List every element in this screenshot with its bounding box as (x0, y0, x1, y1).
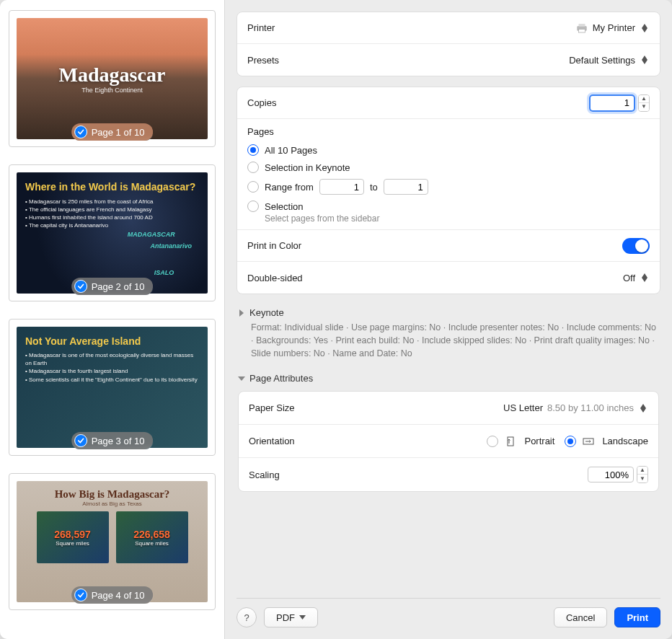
step-down[interactable]: ▼ (637, 475, 647, 482)
paper-size-label: Paper Size (249, 402, 295, 413)
keynote-title: Keynote (249, 307, 284, 318)
printer-presets-group: Printer My Printer Presets (236, 12, 660, 76)
range-to-input[interactable] (384, 179, 428, 195)
slide-title: Not Your Average Island (25, 335, 141, 347)
copies-row: Copies ▲ ▼ (237, 87, 660, 119)
thumbnail-page-3[interactable]: Not Your Average Island • Madagascar is … (9, 319, 216, 456)
page-badge[interactable]: Page 4 of 10 (71, 586, 154, 604)
step-up[interactable]: ▲ (639, 95, 649, 103)
slide-subtitle: The Eighth Continent (81, 87, 143, 94)
page-badge[interactable]: Page 1 of 10 (71, 123, 154, 141)
page-thumbnails-sidebar[interactable]: Madagascar The Eighth Continent Page 1 o… (0, 0, 225, 639)
landscape-icon (582, 436, 595, 446)
chevron-down-icon (238, 375, 245, 382)
slide-subtitle: Almost as Big as Texas (82, 501, 142, 507)
page-label: Page 2 of 10 (92, 281, 145, 292)
orientation-landscape-option[interactable]: Landscape (565, 436, 648, 447)
radio-icon[interactable] (487, 436, 498, 447)
page-label: Page 1 of 10 (92, 127, 145, 138)
print-color-toggle[interactable] (622, 238, 650, 254)
scaling-row: Scaling ▲ ▼ (239, 458, 658, 491)
printer-icon (575, 23, 588, 33)
dialog-footer: ? PDF Cancel Print (236, 598, 660, 627)
orientation-portrait-option[interactable]: Portrait (487, 436, 554, 447)
svg-rect-1 (578, 24, 585, 27)
double-sided-label: Double-sided (247, 273, 303, 283)
page-label: Page 3 of 10 (92, 436, 145, 446)
svg-rect-2 (578, 29, 585, 32)
radio-icon[interactable] (247, 144, 259, 156)
page-badge[interactable]: Page 2 of 10 (71, 278, 154, 295)
svg-rect-3 (508, 437, 513, 446)
printer-row: Printer My Printer (237, 12, 660, 44)
pages-selection-keynote-option[interactable]: Selection in Keynote (247, 159, 650, 176)
double-sided-row: Double-sided Off (237, 262, 660, 294)
radio-icon[interactable] (565, 436, 576, 447)
orientation-label: Orientation (249, 436, 295, 446)
printer-value: My Printer (593, 22, 635, 33)
pdf-menu-button[interactable]: PDF (264, 607, 318, 627)
copies-input[interactable] (589, 94, 635, 112)
slide-title: How Big is Madagascar? (55, 488, 170, 501)
checkmark-icon[interactable] (74, 125, 87, 138)
portrait-icon (504, 436, 517, 446)
radio-icon[interactable] (247, 162, 259, 173)
step-up[interactable]: ▲ (637, 467, 647, 475)
range-from-input[interactable] (319, 179, 364, 195)
copies-label: Copies (247, 97, 276, 108)
updown-icon (640, 53, 650, 66)
print-settings-group: Copies ▲ ▼ Pages All 10 Pages (236, 87, 660, 294)
printer-label: Printer (247, 22, 275, 33)
presets-label: Presets (247, 55, 279, 66)
pages-label: Pages (247, 126, 650, 137)
page-attributes-section: Page Attributes Paper Size US Letter 8.5… (236, 370, 660, 492)
paper-size-value: US Letter (503, 402, 543, 413)
pages-row: Pages All 10 Pages Selection in Keynote … (237, 119, 660, 230)
print-dialog: Madagascar The Eighth Continent Page 1 o… (0, 0, 672, 639)
orientation-row: Orientation Portrait Landscape (239, 425, 658, 458)
presets-value: Default Settings (569, 55, 635, 66)
scaling-input[interactable] (588, 467, 634, 482)
thumbnail-page-2[interactable]: Where in the World is Madagascar? • Mada… (9, 164, 216, 301)
radio-icon[interactable] (247, 181, 259, 193)
page-badge[interactable]: Page 3 of 10 (71, 432, 154, 449)
pages-all-option[interactable]: All 10 Pages (247, 141, 650, 159)
scaling-label: Scaling (249, 470, 280, 480)
step-down[interactable]: ▼ (639, 103, 649, 111)
print-button[interactable]: Print (614, 607, 660, 627)
keynote-summary: Format: Individual slide · Use page marg… (251, 321, 659, 360)
paper-size-dimensions: 8.50 by 11.00 inches (547, 402, 634, 413)
checkmark-icon[interactable] (74, 434, 87, 447)
print-color-label: Print in Color (247, 240, 301, 251)
options-scroll[interactable]: Printer My Printer Presets (236, 12, 660, 598)
thumbnail-page-4[interactable]: How Big is Madagascar? Almost as Big as … (9, 473, 216, 610)
selection-hint: Select pages from the sidebar (247, 213, 650, 224)
help-button[interactable]: ? (236, 607, 257, 627)
checkmark-icon[interactable] (74, 589, 87, 601)
updown-icon (640, 271, 650, 284)
slide-title: Madagascar (59, 63, 166, 87)
page-attributes-group: Paper Size US Letter 8.50 by 11.00 inche… (238, 391, 659, 492)
keynote-section: Keynote Format: Individual slide · Use p… (236, 304, 660, 360)
radio-icon[interactable] (247, 200, 259, 212)
slide-title: Where in the World is Madagascar? (25, 181, 195, 193)
cancel-button[interactable]: Cancel (554, 607, 607, 627)
paper-size-row: Paper Size US Letter 8.50 by 11.00 inche… (239, 392, 658, 425)
pages-range-option[interactable]: Range from to (247, 176, 650, 198)
pages-selection-option[interactable]: Selection (247, 198, 650, 215)
presets-row: Presets Default Settings (237, 44, 660, 76)
chevron-right-icon (238, 309, 245, 317)
updown-icon (640, 22, 650, 35)
copies-stepper[interactable]: ▲ ▼ (638, 94, 650, 112)
keynote-disclosure[interactable]: Keynote (238, 304, 659, 321)
scaling-stepper[interactable]: ▲ ▼ (637, 466, 648, 483)
print-options-panel: Printer My Printer Presets (225, 0, 672, 639)
printer-select[interactable]: My Printer (575, 22, 650, 35)
page-attributes-disclosure[interactable]: Page Attributes (238, 370, 659, 387)
paper-size-select[interactable]: US Letter 8.50 by 11.00 inches (503, 402, 648, 415)
presets-select[interactable]: Default Settings (569, 53, 650, 66)
double-sided-select[interactable]: Off (623, 271, 650, 284)
thumbnail-page-1[interactable]: Madagascar The Eighth Continent Page 1 o… (9, 10, 216, 147)
print-color-row: Print in Color (237, 230, 660, 262)
checkmark-icon[interactable] (74, 280, 87, 293)
